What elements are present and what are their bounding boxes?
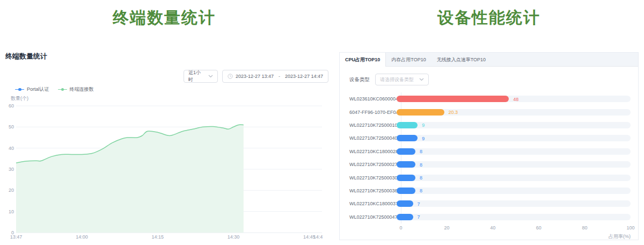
device-name-label: WL022710KC18000372 xyxy=(349,201,397,206)
bar-x-tick-label: 60 xyxy=(536,225,541,230)
left-section-title: 终端数量统计 xyxy=(0,7,328,29)
legend-label: Portal认证 xyxy=(27,86,49,93)
bar-fill xyxy=(397,188,415,194)
bar-track: 8 xyxy=(397,148,631,155)
device-name-label: WL022710KC18000280 xyxy=(349,149,397,154)
date-range-end: 2023-12-27 14:47 xyxy=(285,74,323,79)
date-range-start: 2023-12-27 13:47 xyxy=(236,74,274,79)
bar-row: WL022710K7250004707 xyxy=(349,211,631,224)
device-name-label: WL022710K725000102 xyxy=(349,122,397,128)
device-name-label: WL022710K725000470 xyxy=(349,214,397,220)
bar-value-label: 48 xyxy=(513,96,518,103)
chevron-down-icon xyxy=(419,78,424,81)
device-performance-section: 设备性能统计 CPU占用TOP10内存占用TOP10无线接入点速率TOP10 设… xyxy=(339,0,639,240)
clock-icon xyxy=(228,74,233,79)
time-range-select[interactable]: 近1小时 xyxy=(184,70,218,83)
legend-dot xyxy=(61,88,64,91)
right-section-title: 设备性能统计 xyxy=(339,7,639,29)
bar-fill xyxy=(397,122,418,128)
performance-tabs: CPU占用TOP10内存占用TOP10无线接入点速率TOP10 xyxy=(340,53,638,67)
y-axis-label: 数量(个) xyxy=(11,96,28,101)
series-area xyxy=(16,125,244,233)
bar-value-label: 8 xyxy=(420,148,422,155)
bar-x-tick-label: 40 xyxy=(490,225,495,230)
bar-fill xyxy=(397,161,415,168)
bar-value-label: 20.3 xyxy=(449,109,458,116)
bar-track: 7 xyxy=(397,214,631,220)
cpu-top10-chart: WL023610KC06000043486047-FF96-1070-EF0A2… xyxy=(349,92,631,224)
bar-fill xyxy=(397,200,413,207)
tab-wireless-ap-rate-top10[interactable]: 无线接入点速率TOP10 xyxy=(431,53,491,67)
y-tick-label: 20 xyxy=(9,188,14,193)
date-range-picker[interactable]: 2023-12-27 13:47 - 2023-12-27 14:47 xyxy=(222,70,328,83)
bar-x-tick-label: 0 xyxy=(399,225,402,230)
legend-dot xyxy=(18,88,21,91)
time-range-select-value: 近1小时 xyxy=(188,69,205,83)
y-tick-label: 30 xyxy=(9,167,14,172)
legend-label: 终端连接数 xyxy=(70,86,94,93)
legend-item[interactable]: Portal认证 xyxy=(15,86,49,93)
x-tick-label: 14:47 xyxy=(313,234,323,240)
tab-memory-top10[interactable]: 内存占用TOP10 xyxy=(386,53,431,67)
bar-row: WL022710K7250002728 xyxy=(349,158,631,171)
bar-value-label: 7 xyxy=(418,201,420,207)
line-chart-legend: Portal认证终端连接数 xyxy=(15,86,328,92)
terminal-panel-title: 终端数量统计 xyxy=(5,52,328,61)
bar-value-label: 9 xyxy=(422,122,425,128)
tab-cpu-top10[interactable]: CPU占用TOP10 xyxy=(340,53,386,67)
bar-fill xyxy=(397,148,415,155)
bar-track: 7 xyxy=(397,200,631,207)
bar-fill xyxy=(397,109,444,116)
legend-marker-icon xyxy=(58,88,67,91)
x-tick-label: 14:30 xyxy=(228,234,240,240)
bar-row: WL023610KC0600004348 xyxy=(349,92,631,105)
bar-track: 9 xyxy=(397,135,631,141)
bar-x-axis: 020406080100 xyxy=(401,225,631,232)
bar-x-tick-label: 100 xyxy=(626,225,634,230)
date-range-separator: - xyxy=(276,74,282,79)
bar-row: WL022710KC180003727 xyxy=(349,197,631,210)
bar-track: 48 xyxy=(397,96,631,102)
x-tick-label: 14:00 xyxy=(76,234,88,240)
bar-track: 20.3 xyxy=(397,109,631,116)
legend-marker-icon xyxy=(15,88,24,91)
bar-row: WL022710K7250001029 xyxy=(349,119,631,132)
y-tick-label: 10 xyxy=(9,209,14,214)
x-tick-label: 14:15 xyxy=(151,234,164,240)
device-type-label: 设备类型 xyxy=(349,76,370,83)
legend-item[interactable]: 终端连接数 xyxy=(58,86,94,93)
bar-value-label: 8 xyxy=(420,188,422,194)
device-type-filter: 设备类型 请选择设备类型 xyxy=(349,74,638,85)
bar-track: 9 xyxy=(397,122,631,128)
bar-fill xyxy=(397,175,415,181)
bar-row: WL022710K7250003078 xyxy=(349,171,631,184)
device-name-label: WL022710K725000307 xyxy=(349,175,397,181)
bar-track: 8 xyxy=(397,175,631,181)
bar-x-tick-label: 80 xyxy=(582,225,587,230)
terminal-trend-chart: 数量(个)010203040506013:4714:0014:1514:3014… xyxy=(5,96,323,242)
bar-value-label: 9 xyxy=(422,135,425,142)
y-tick-label: 60 xyxy=(9,103,14,109)
bar-row: WL022710KC180002808 xyxy=(349,145,631,158)
dashboard: 终端数量统计 终端数量统计 近1小时 2023-12-27 13:47 - 20… xyxy=(0,0,644,245)
device-type-select[interactable]: 请选择设备类型 xyxy=(375,74,429,85)
device-name-label: WL022710K725000369 xyxy=(349,188,397,193)
device-type-placeholder: 请选择设备类型 xyxy=(380,76,414,83)
bar-track: 8 xyxy=(397,161,631,168)
device-name-label: WL023610KC06000043 xyxy=(349,96,397,102)
bar-value-label: 8 xyxy=(420,162,422,168)
device-name-label: WL022710K725000409 xyxy=(349,135,397,141)
chevron-down-icon xyxy=(208,75,213,78)
bar-track: 8 xyxy=(397,188,631,194)
bar-row: WL022710K7250004099 xyxy=(349,132,631,145)
terminal-count-section: 终端数量统计 终端数量统计 近1小时 2023-12-27 13:47 - 20… xyxy=(0,0,328,242)
x-tick-label: 13:47 xyxy=(10,234,23,240)
bar-x-tick-label: 20 xyxy=(444,225,450,230)
bar-value-label: 7 xyxy=(418,214,420,220)
device-name-label: 6047-FF96-1070-EF0A xyxy=(349,110,397,115)
bar-row: 6047-FF96-1070-EF0A20.3 xyxy=(349,105,631,118)
bar-fill xyxy=(397,135,418,141)
chart-controls: 近1小时 2023-12-27 13:47 - 2023-12-27 14:47 xyxy=(0,70,328,83)
performance-card: CPU占用TOP10内存占用TOP10无线接入点速率TOP10 设备类型 请选择… xyxy=(339,52,639,240)
bar-row: WL022710K7250003698 xyxy=(349,184,631,197)
